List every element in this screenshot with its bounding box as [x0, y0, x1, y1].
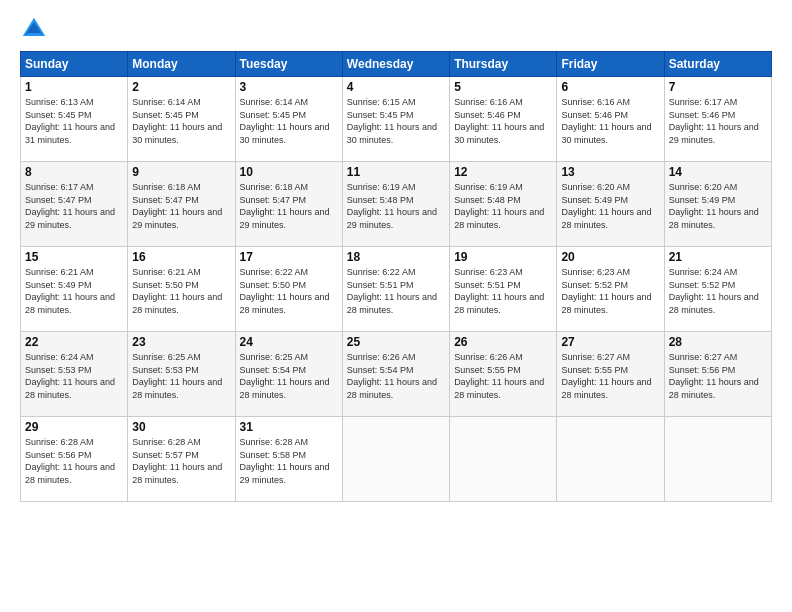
day-detail: Sunrise: 6:24 AM Sunset: 5:52 PM Dayligh…	[669, 266, 767, 316]
calendar-week-3: 15 Sunrise: 6:21 AM Sunset: 5:49 PM Dayl…	[21, 247, 772, 332]
day-detail: Sunrise: 6:28 AM Sunset: 5:56 PM Dayligh…	[25, 436, 123, 486]
calendar-cell: 29 Sunrise: 6:28 AM Sunset: 5:56 PM Dayl…	[21, 417, 128, 502]
calendar-cell: 2 Sunrise: 6:14 AM Sunset: 5:45 PM Dayli…	[128, 77, 235, 162]
day-number: 15	[25, 250, 123, 264]
calendar-cell: 13 Sunrise: 6:20 AM Sunset: 5:49 PM Dayl…	[557, 162, 664, 247]
calendar-cell: 28 Sunrise: 6:27 AM Sunset: 5:56 PM Dayl…	[664, 332, 771, 417]
day-detail: Sunrise: 6:15 AM Sunset: 5:45 PM Dayligh…	[347, 96, 445, 146]
day-detail: Sunrise: 6:14 AM Sunset: 5:45 PM Dayligh…	[132, 96, 230, 146]
calendar-cell: 3 Sunrise: 6:14 AM Sunset: 5:45 PM Dayli…	[235, 77, 342, 162]
calendar-cell: 31 Sunrise: 6:28 AM Sunset: 5:58 PM Dayl…	[235, 417, 342, 502]
day-detail: Sunrise: 6:16 AM Sunset: 5:46 PM Dayligh…	[561, 96, 659, 146]
day-header-tuesday: Tuesday	[235, 52, 342, 77]
day-number: 19	[454, 250, 552, 264]
calendar-cell: 4 Sunrise: 6:15 AM Sunset: 5:45 PM Dayli…	[342, 77, 449, 162]
day-number: 23	[132, 335, 230, 349]
logo-icon	[20, 15, 48, 43]
day-number: 16	[132, 250, 230, 264]
day-number: 9	[132, 165, 230, 179]
day-detail: Sunrise: 6:19 AM Sunset: 5:48 PM Dayligh…	[347, 181, 445, 231]
day-detail: Sunrise: 6:28 AM Sunset: 5:58 PM Dayligh…	[240, 436, 338, 486]
day-header-sunday: Sunday	[21, 52, 128, 77]
day-number: 24	[240, 335, 338, 349]
day-detail: Sunrise: 6:27 AM Sunset: 5:56 PM Dayligh…	[669, 351, 767, 401]
calendar-cell: 15 Sunrise: 6:21 AM Sunset: 5:49 PM Dayl…	[21, 247, 128, 332]
calendar-cell: 8 Sunrise: 6:17 AM Sunset: 5:47 PM Dayli…	[21, 162, 128, 247]
day-number: 21	[669, 250, 767, 264]
day-detail: Sunrise: 6:21 AM Sunset: 5:50 PM Dayligh…	[132, 266, 230, 316]
calendar-cell	[664, 417, 771, 502]
day-detail: Sunrise: 6:26 AM Sunset: 5:54 PM Dayligh…	[347, 351, 445, 401]
calendar-cell: 12 Sunrise: 6:19 AM Sunset: 5:48 PM Dayl…	[450, 162, 557, 247]
day-number: 5	[454, 80, 552, 94]
day-number: 13	[561, 165, 659, 179]
calendar-cell: 25 Sunrise: 6:26 AM Sunset: 5:54 PM Dayl…	[342, 332, 449, 417]
calendar-cell: 21 Sunrise: 6:24 AM Sunset: 5:52 PM Dayl…	[664, 247, 771, 332]
calendar-cell: 14 Sunrise: 6:20 AM Sunset: 5:49 PM Dayl…	[664, 162, 771, 247]
day-number: 8	[25, 165, 123, 179]
day-detail: Sunrise: 6:23 AM Sunset: 5:52 PM Dayligh…	[561, 266, 659, 316]
day-number: 17	[240, 250, 338, 264]
calendar-week-5: 29 Sunrise: 6:28 AM Sunset: 5:56 PM Dayl…	[21, 417, 772, 502]
day-header-saturday: Saturday	[664, 52, 771, 77]
day-detail: Sunrise: 6:17 AM Sunset: 5:46 PM Dayligh…	[669, 96, 767, 146]
day-number: 30	[132, 420, 230, 434]
calendar-cell: 9 Sunrise: 6:18 AM Sunset: 5:47 PM Dayli…	[128, 162, 235, 247]
day-detail: Sunrise: 6:25 AM Sunset: 5:54 PM Dayligh…	[240, 351, 338, 401]
calendar-cell	[450, 417, 557, 502]
calendar-cell: 22 Sunrise: 6:24 AM Sunset: 5:53 PM Dayl…	[21, 332, 128, 417]
calendar-cell: 11 Sunrise: 6:19 AM Sunset: 5:48 PM Dayl…	[342, 162, 449, 247]
day-header-thursday: Thursday	[450, 52, 557, 77]
calendar-week-1: 1 Sunrise: 6:13 AM Sunset: 5:45 PM Dayli…	[21, 77, 772, 162]
day-detail: Sunrise: 6:27 AM Sunset: 5:55 PM Dayligh…	[561, 351, 659, 401]
calendar-cell: 19 Sunrise: 6:23 AM Sunset: 5:51 PM Dayl…	[450, 247, 557, 332]
calendar-cell: 1 Sunrise: 6:13 AM Sunset: 5:45 PM Dayli…	[21, 77, 128, 162]
day-number: 22	[25, 335, 123, 349]
day-detail: Sunrise: 6:13 AM Sunset: 5:45 PM Dayligh…	[25, 96, 123, 146]
day-number: 3	[240, 80, 338, 94]
day-header-friday: Friday	[557, 52, 664, 77]
day-detail: Sunrise: 6:23 AM Sunset: 5:51 PM Dayligh…	[454, 266, 552, 316]
calendar-cell: 10 Sunrise: 6:18 AM Sunset: 5:47 PM Dayl…	[235, 162, 342, 247]
day-number: 7	[669, 80, 767, 94]
day-detail: Sunrise: 6:25 AM Sunset: 5:53 PM Dayligh…	[132, 351, 230, 401]
day-number: 25	[347, 335, 445, 349]
day-number: 4	[347, 80, 445, 94]
day-detail: Sunrise: 6:22 AM Sunset: 5:50 PM Dayligh…	[240, 266, 338, 316]
day-number: 1	[25, 80, 123, 94]
day-header-monday: Monday	[128, 52, 235, 77]
day-detail: Sunrise: 6:17 AM Sunset: 5:47 PM Dayligh…	[25, 181, 123, 231]
calendar-cell: 24 Sunrise: 6:25 AM Sunset: 5:54 PM Dayl…	[235, 332, 342, 417]
day-number: 2	[132, 80, 230, 94]
day-detail: Sunrise: 6:18 AM Sunset: 5:47 PM Dayligh…	[132, 181, 230, 231]
day-number: 28	[669, 335, 767, 349]
calendar-cell: 6 Sunrise: 6:16 AM Sunset: 5:46 PM Dayli…	[557, 77, 664, 162]
calendar-cell: 5 Sunrise: 6:16 AM Sunset: 5:46 PM Dayli…	[450, 77, 557, 162]
svg-rect-2	[27, 33, 41, 36]
calendar-table: SundayMondayTuesdayWednesdayThursdayFrid…	[20, 51, 772, 502]
day-detail: Sunrise: 6:22 AM Sunset: 5:51 PM Dayligh…	[347, 266, 445, 316]
page: SundayMondayTuesdayWednesdayThursdayFrid…	[0, 0, 792, 612]
calendar-cell: 16 Sunrise: 6:21 AM Sunset: 5:50 PM Dayl…	[128, 247, 235, 332]
day-number: 31	[240, 420, 338, 434]
day-header-wednesday: Wednesday	[342, 52, 449, 77]
header	[20, 15, 772, 43]
calendar-cell: 17 Sunrise: 6:22 AM Sunset: 5:50 PM Dayl…	[235, 247, 342, 332]
day-number: 29	[25, 420, 123, 434]
day-detail: Sunrise: 6:20 AM Sunset: 5:49 PM Dayligh…	[561, 181, 659, 231]
calendar-header-row: SundayMondayTuesdayWednesdayThursdayFrid…	[21, 52, 772, 77]
day-detail: Sunrise: 6:20 AM Sunset: 5:49 PM Dayligh…	[669, 181, 767, 231]
calendar-week-2: 8 Sunrise: 6:17 AM Sunset: 5:47 PM Dayli…	[21, 162, 772, 247]
day-detail: Sunrise: 6:18 AM Sunset: 5:47 PM Dayligh…	[240, 181, 338, 231]
day-number: 11	[347, 165, 445, 179]
calendar-cell: 23 Sunrise: 6:25 AM Sunset: 5:53 PM Dayl…	[128, 332, 235, 417]
calendar-cell	[557, 417, 664, 502]
calendar-cell	[342, 417, 449, 502]
calendar-cell: 26 Sunrise: 6:26 AM Sunset: 5:55 PM Dayl…	[450, 332, 557, 417]
day-detail: Sunrise: 6:16 AM Sunset: 5:46 PM Dayligh…	[454, 96, 552, 146]
calendar-week-4: 22 Sunrise: 6:24 AM Sunset: 5:53 PM Dayl…	[21, 332, 772, 417]
logo	[20, 15, 52, 43]
day-detail: Sunrise: 6:24 AM Sunset: 5:53 PM Dayligh…	[25, 351, 123, 401]
day-detail: Sunrise: 6:26 AM Sunset: 5:55 PM Dayligh…	[454, 351, 552, 401]
day-number: 27	[561, 335, 659, 349]
